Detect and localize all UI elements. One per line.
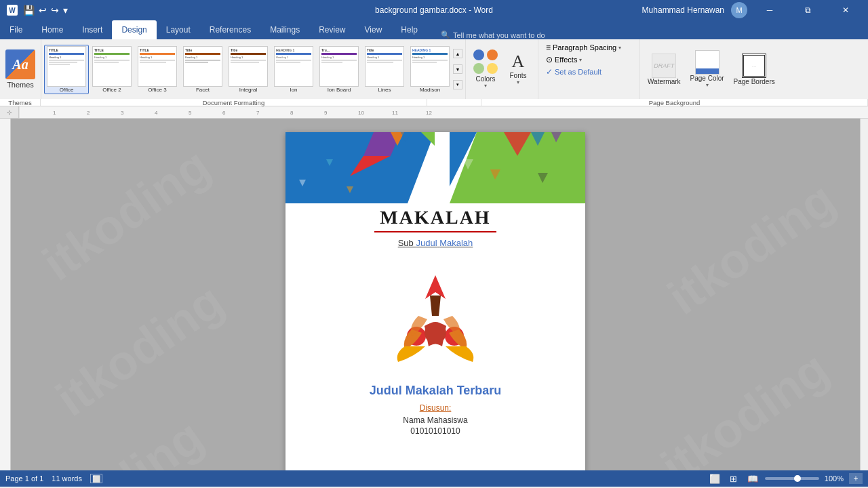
theme-preview-3[interactable]: TITLE Heading 1 Office 3: [135, 45, 180, 94]
page-color-label: Page Color: [690, 75, 724, 82]
doc-disusun-section: Disusun: Nama Mahasiswa 01010101010: [313, 403, 558, 436]
accessibility-button[interactable]: ⬜: [90, 474, 102, 483]
zoom-level: 100%: [825, 474, 844, 483]
subtitle-link1[interactable]: Judul: [416, 238, 437, 248]
paragraph-spacing-icon: ≡: [546, 43, 551, 52]
theme-preview-6[interactable]: HEADING 1 Heading 1 Ion: [271, 45, 316, 94]
effects-label: Effects: [555, 56, 577, 64]
document-page: MAKALAH Sub Judul Makalah: [285, 132, 585, 470]
ribbon-content: Aa Themes TITLE Heading 1 Office TITLE H…: [0, 39, 868, 99]
vertical-ruler: [0, 119, 11, 470]
title-bar-left: W 💾 ↩ ↪ ▾: [7, 5, 68, 16]
svg-text:3: 3: [121, 110, 124, 116]
title-underline: [374, 231, 496, 232]
web-layout-button[interactable]: ⊞: [727, 473, 741, 484]
watermark-button[interactable]: DRAFT Watermark: [644, 45, 684, 93]
fonts-label: Fonts: [509, 72, 526, 79]
theme-preview-img: TITLE Heading 1: [47, 46, 86, 87]
fonts-icon: A: [506, 53, 530, 70]
tab-help[interactable]: Help: [391, 20, 427, 39]
svg-text:11: 11: [392, 110, 398, 116]
tab-insert[interactable]: Insert: [73, 20, 112, 39]
set-as-default-button[interactable]: ✓ Set as Default: [544, 66, 634, 77]
canvas-watermark-1: itkoding: [33, 137, 220, 291]
theme-preview-5[interactable]: Title Heading 1 Integral: [226, 45, 271, 94]
theme-preview-img-5: Title Heading 1: [229, 46, 268, 87]
customize-button[interactable]: ▾: [63, 5, 68, 16]
tab-home[interactable]: Home: [32, 20, 73, 39]
zoom-in-button[interactable]: +: [849, 473, 863, 484]
page-background-group-label: Page Background: [481, 99, 868, 106]
canvas-watermark-4: itkoding: [658, 171, 845, 325]
save-button[interactable]: 💾: [23, 5, 35, 16]
title-bar-right: Muhammad Hernawan M ─ ⧉ ✕: [642, 0, 861, 20]
main-area: itkoding itkoding itkoding itkoding itko…: [0, 119, 868, 470]
document-formatting-group-label: Document Formatting: [41, 99, 427, 106]
word-count: 11 words: [52, 474, 82, 483]
effects-dropdown: ▾: [579, 57, 582, 63]
torch-svg: [381, 262, 490, 370]
undo-button[interactable]: ↩: [39, 5, 47, 16]
tab-review[interactable]: Review: [309, 20, 355, 39]
minimize-button[interactable]: ─: [754, 0, 785, 20]
theme-preview-8[interactable]: Title Heading 1 Lines: [362, 45, 407, 94]
svg-text:4: 4: [155, 110, 158, 116]
document-disusun: Disusun:: [313, 403, 558, 413]
print-layout-button[interactable]: ⬜: [708, 473, 722, 484]
ruler-corner: ⊹: [0, 106, 19, 119]
watermark-icon: DRAFT: [652, 54, 676, 78]
theme-preview-img-4: Title Heading 1: [183, 46, 222, 87]
tell-me-text[interactable]: Tell me what you want to do: [453, 31, 545, 39]
document-nim: 01010101010: [313, 426, 558, 436]
read-mode-button[interactable]: 📖: [746, 473, 760, 484]
theme-preview-img-9: HEADING 1 Heading 1: [410, 46, 450, 87]
horizontal-ruler: 1 2 3 4 5 6 7 8 9 10 11 12: [19, 106, 868, 118]
fonts-button[interactable]: A Fonts ▾: [502, 45, 534, 93]
subtitle-link2[interactable]: Makalah: [439, 238, 473, 248]
ruler-area: ⊹ 1 2 3 4 5 6 7 8 9 10 11 12: [0, 106, 868, 119]
tab-view[interactable]: View: [355, 20, 392, 39]
redo-button[interactable]: ↪: [51, 5, 59, 16]
tab-design[interactable]: Design: [112, 20, 156, 39]
quick-access-toolbar: 💾 ↩ ↪ ▾: [23, 5, 68, 16]
theme-preview-office[interactable]: TITLE Heading 1 Office: [44, 45, 89, 94]
page-color-icon: [695, 50, 719, 75]
svg-text:12: 12: [426, 110, 432, 116]
vertical-scrollbar[interactable]: [860, 119, 868, 470]
page-borders-button[interactable]: ... Page Borders: [730, 45, 778, 93]
page-borders-label: Page Borders: [734, 78, 775, 85]
tab-references[interactable]: References: [200, 20, 260, 39]
scroll-more-button[interactable]: ▾: [453, 80, 462, 89]
bottom-spacer: [313, 436, 558, 463]
tab-layout[interactable]: Layout: [157, 20, 200, 39]
theme-preview-img-8: Title Heading 1: [365, 46, 404, 87]
tab-file[interactable]: File: [0, 20, 32, 39]
scroll-up-button[interactable]: ▲: [453, 49, 462, 58]
effects-button[interactable]: ⊙ Effects ▾: [544, 54, 634, 65]
paragraph-spacing-label: Paragraph Spacing: [553, 43, 616, 52]
tab-mailings[interactable]: Mailings: [260, 20, 309, 39]
colors-icon: [473, 49, 498, 74]
theme-preview-4[interactable]: Title Heading 1 Facet: [180, 45, 225, 94]
page-color-dropdown: ▾: [706, 82, 709, 88]
close-button[interactable]: ✕: [830, 0, 861, 20]
colors-button[interactable]: Colors ▾: [470, 45, 501, 93]
page-color-button[interactable]: Page Color ▾: [687, 45, 728, 93]
zoom-slider[interactable]: [765, 477, 819, 480]
paragraph-spacing-button[interactable]: ≡ Paragraph Spacing ▾: [544, 42, 634, 53]
theme-preview-2[interactable]: TITLE Heading 1 Office 2: [90, 45, 134, 94]
status-right: ⬜ ⊞ 📖 100% +: [708, 473, 863, 484]
svg-marker-31: [425, 275, 446, 299]
restore-button[interactable]: ⧉: [792, 0, 823, 20]
theme-preview-img-7: Tru... Heading 1: [319, 46, 359, 87]
themes-button[interactable]: Aa Themes: [0, 39, 41, 99]
svg-text:1: 1: [53, 110, 56, 116]
themes-icon: Aa: [5, 49, 35, 79]
paragraph-spacing-dropdown: ▾: [618, 45, 621, 51]
theme-preview-9[interactable]: HEADING 1 Heading 1 Madison: [408, 45, 452, 94]
svg-text:9: 9: [324, 110, 328, 116]
scroll-down-button[interactable]: ▼: [453, 64, 462, 74]
svg-text:8: 8: [290, 110, 294, 116]
svg-text:7: 7: [256, 110, 260, 116]
theme-preview-7[interactable]: Tru... Heading 1 Ion Board: [317, 45, 361, 94]
